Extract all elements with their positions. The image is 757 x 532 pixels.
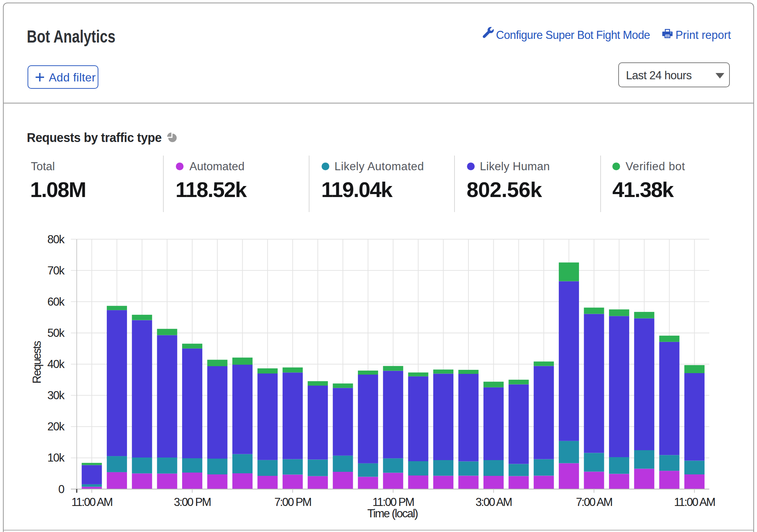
svg-text:3:00 AM: 3:00 AM xyxy=(475,496,512,509)
svg-text:80k: 80k xyxy=(47,233,65,246)
svg-text:7:00 PM: 7:00 PM xyxy=(274,496,311,509)
svg-text:11:00 AM: 11:00 AM xyxy=(71,496,112,509)
svg-text:60k: 60k xyxy=(47,295,65,308)
svg-text:30k: 30k xyxy=(47,389,65,402)
svg-text:11:00 AM: 11:00 AM xyxy=(674,496,715,509)
svg-text:0: 0 xyxy=(58,483,65,496)
svg-text:20k: 20k xyxy=(47,420,65,433)
svg-text:Time (local): Time (local) xyxy=(367,507,418,520)
svg-text:40k: 40k xyxy=(47,358,65,371)
svg-text:7:00 AM: 7:00 AM xyxy=(576,496,612,509)
svg-text:10k: 10k xyxy=(47,451,65,464)
svg-text:11:00 PM: 11:00 PM xyxy=(372,496,414,509)
svg-text:Requests: Requests xyxy=(30,341,43,383)
svg-text:50k: 50k xyxy=(47,327,65,339)
svg-text:3:00 PM: 3:00 PM xyxy=(174,496,211,509)
svg-text:70k: 70k xyxy=(47,264,65,277)
